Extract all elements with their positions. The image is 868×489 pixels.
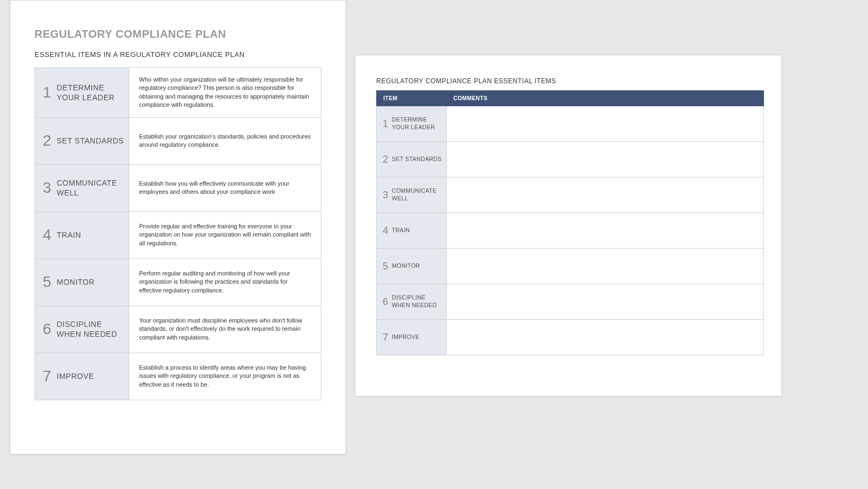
desc-row-text: Perform regular auditing and monitoring … <box>129 258 321 306</box>
item-row-comment[interactable] <box>447 213 764 249</box>
item-row-number: 6 <box>377 284 392 320</box>
desc-row-number: 3 <box>35 164 57 211</box>
desc-row-label: MONITOR <box>57 258 129 306</box>
description-table: 1DETERMINE YOUR LEADERWho within your or… <box>35 67 321 400</box>
desc-row-text: Provide regular and effective training f… <box>129 211 321 258</box>
item-row-label: MONITOR <box>392 249 447 284</box>
item-row-label: COMMUNICATE WELL <box>392 177 447 213</box>
desc-row-text: Establish how you will effectively commu… <box>129 164 321 211</box>
item-row-comment[interactable] <box>447 320 764 355</box>
desc-row-text: Who within your organization will be ult… <box>129 68 321 118</box>
right-page-title: REGULATORY COMPLIANCE PLAN ESSENTIAL ITE… <box>376 77 764 85</box>
desc-row: 6DISCIPLINE WHEN NEEDEDYour organization… <box>35 306 321 353</box>
desc-row: 2SET STANDARDSEstablish your organizatio… <box>35 117 321 164</box>
desc-row: 4TRAINProvide regular and effective trai… <box>35 211 321 258</box>
item-row-comment[interactable] <box>447 249 764 284</box>
desc-row-number: 4 <box>35 211 57 258</box>
desc-row-text: Establish your organization's standards,… <box>129 117 321 164</box>
desc-row-number: 5 <box>35 258 57 306</box>
desc-row-number: 7 <box>35 353 57 400</box>
item-row-label: TRAIN <box>392 213 447 249</box>
item-row-label: DISCIPLINE WHEN NEEDED <box>392 284 447 320</box>
desc-row: 3COMMUNICATE WELLEstablish how you will … <box>35 164 321 211</box>
desc-row-number: 2 <box>35 117 57 164</box>
header-comments: COMMENTS <box>447 91 764 106</box>
items-table: ITEM COMMENTS 1DETERMINE YOUR LEADER2SET… <box>376 90 764 355</box>
item-row-label: SET STANDARDS <box>392 142 447 177</box>
desc-row-label: DISCIPLINE WHEN NEEDED <box>57 306 129 353</box>
item-row: 6DISCIPLINE WHEN NEEDED <box>377 284 764 320</box>
item-row-comment[interactable] <box>447 142 764 177</box>
item-row: 7IMPROVE <box>377 320 764 355</box>
item-row-label: DETERMINE YOUR LEADER <box>392 106 447 142</box>
desc-row-label: DETERMINE YOUR LEADER <box>57 68 129 118</box>
item-row-number: 1 <box>377 106 392 142</box>
page-left: REGULATORY COMPLIANCE PLAN ESSENTIAL ITE… <box>10 0 346 455</box>
desc-row-text: Your organization must discipline employ… <box>129 306 321 353</box>
page-subtitle: ESSENTIAL ITEMS IN A REGULATORY COMPLIAN… <box>35 50 321 59</box>
header-item: ITEM <box>377 91 447 106</box>
desc-row-label: COMMUNICATE WELL <box>57 164 129 211</box>
item-row-comment[interactable] <box>447 106 764 142</box>
page-right: REGULATORY COMPLIANCE PLAN ESSENTIAL ITE… <box>355 55 782 396</box>
item-row-number: 2 <box>377 142 392 177</box>
desc-row-label: TRAIN <box>57 211 129 258</box>
desc-row: 1DETERMINE YOUR LEADERWho within your or… <box>35 68 321 118</box>
desc-row: 5MONITORPerform regular auditing and mon… <box>35 258 321 306</box>
item-row-number: 4 <box>377 213 392 249</box>
item-row-number: 7 <box>377 320 392 355</box>
item-row-number: 5 <box>377 249 392 284</box>
desc-row-number: 1 <box>35 68 57 118</box>
desc-row-text: Establish a process to identify areas wh… <box>129 353 321 400</box>
item-row: 3COMMUNICATE WELL <box>377 177 764 213</box>
item-row: 2SET STANDARDS <box>377 142 764 177</box>
desc-row-number: 6 <box>35 306 57 353</box>
item-row: 4TRAIN <box>377 213 764 249</box>
item-row-comment[interactable] <box>447 284 764 320</box>
item-row-number: 3 <box>377 177 392 213</box>
item-row-label: IMPROVE <box>392 320 447 355</box>
desc-row-label: SET STANDARDS <box>57 117 129 164</box>
item-row: 5MONITOR <box>377 249 764 284</box>
desc-row: 7IMPROVEEstablish a process to identify … <box>35 353 321 400</box>
item-row-comment[interactable] <box>447 177 764 213</box>
page-title: REGULATORY COMPLIANCE PLAN <box>35 28 321 41</box>
item-row: 1DETERMINE YOUR LEADER <box>377 106 764 142</box>
desc-row-label: IMPROVE <box>57 353 129 400</box>
